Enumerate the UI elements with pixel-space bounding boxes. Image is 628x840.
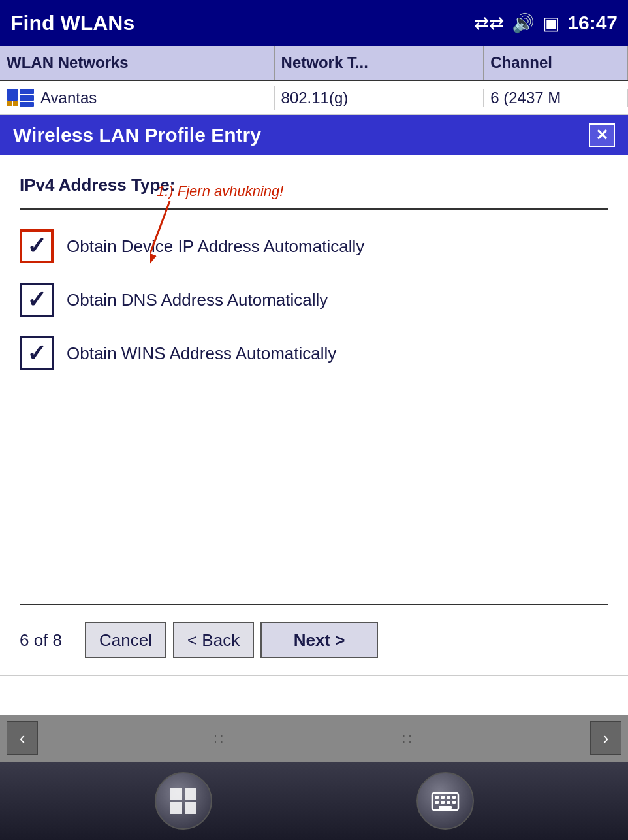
page-indicator: 6 of 8 <box>20 630 78 651</box>
battery-icon: ▣ <box>542 12 559 34</box>
start-button[interactable] <box>155 772 212 830</box>
svg-line-8 <box>150 201 170 253</box>
svg-rect-3 <box>20 89 34 94</box>
mobile-taskbar <box>0 762 628 840</box>
svg-rect-18 <box>435 801 439 804</box>
svg-text:1.) Fjern avhukning!: 1.) Fjern avhukning! <box>157 183 283 199</box>
next-button[interactable]: Next > <box>260 622 378 658</box>
svg-rect-9 <box>170 788 182 800</box>
dialog-overlay: Wireless LAN Profile Entry ✕ IPv4 Addres… <box>0 115 628 675</box>
network-list-header: WLAN Networks Network T... Channel <box>0 46 628 81</box>
network-name-cell: Avantas <box>0 86 275 110</box>
svg-rect-20 <box>447 801 450 804</box>
keyboard-icon <box>430 785 461 816</box>
ipv4-label-row: IPv4 Address Type: 1.) Fjern avhukning! <box>20 175 608 195</box>
checkbox-check-1: ✓ <box>27 234 46 258</box>
svg-rect-4 <box>20 95 34 101</box>
header-channel: Channel <box>484 46 628 80</box>
svg-rect-21 <box>452 801 456 804</box>
status-icons: ⇄⇄ 🔊 ▣ 16:47 <box>474 12 618 34</box>
checkbox-check-3: ✓ <box>27 342 46 365</box>
scroll-dots-left: :: <box>213 731 226 746</box>
svg-rect-5 <box>20 102 34 107</box>
svg-rect-14 <box>435 796 439 799</box>
checkbox-dns[interactable]: ✓ <box>20 283 54 317</box>
app-title: Find WLANs <box>10 11 134 35</box>
bottom-divider <box>20 604 608 605</box>
network-row[interactable]: Avantas 802.11(g) 6 (2437 M <box>0 81 628 115</box>
svg-rect-1 <box>7 101 12 106</box>
header-wlan: WLAN Networks <box>0 46 275 80</box>
dialog-nav: 6 of 8 Cancel < Back Next > <box>20 618 608 662</box>
checkbox-row-2[interactable]: ✓ Obtain DNS Address Automatically <box>20 283 608 317</box>
network-channel-cell: 6 (2437 M <box>484 89 628 107</box>
network-type-cell: 802.11(g) <box>275 89 484 107</box>
header-type: Network T... <box>275 46 484 80</box>
svg-rect-10 <box>185 788 196 800</box>
volume-icon: 🔊 <box>512 12 535 34</box>
svg-rect-16 <box>447 796 450 799</box>
checkbox-wins[interactable]: ✓ <box>20 336 54 370</box>
windows-logo-icon <box>168 785 199 816</box>
annotation-arrow-svg: 1.) Fjern avhukning! <box>150 182 359 267</box>
svg-rect-17 <box>452 796 456 799</box>
svg-rect-2 <box>13 101 18 106</box>
checkbox-label-2: Obtain DNS Address Automatically <box>67 290 328 310</box>
network-name: Avantas <box>40 89 97 107</box>
svg-rect-22 <box>439 806 452 809</box>
status-bar: Find WLANs ⇄⇄ 🔊 ▣ 16:47 <box>0 0 628 46</box>
signal-icon: ⇄⇄ <box>474 12 504 34</box>
back-button[interactable]: < Back <box>173 622 254 658</box>
dialog-close-button[interactable]: ✕ <box>589 123 615 147</box>
checkbox-label-3: Obtain WINS Address Automatically <box>67 344 336 364</box>
svg-rect-0 <box>7 89 18 101</box>
dialog-title-bar: Wireless LAN Profile Entry ✕ <box>0 115 628 155</box>
svg-rect-12 <box>185 802 196 814</box>
checkbox-check-2: ✓ <box>27 288 46 312</box>
network-icon <box>7 86 35 110</box>
checkbox-row-3[interactable]: ✓ Obtain WINS Address Automatically <box>20 336 608 370</box>
scroll-bar: ‹ :: :: › <box>0 715 628 762</box>
keyboard-button[interactable] <box>416 772 474 830</box>
empty-bar <box>0 675 628 715</box>
dialog-title: Wireless LAN Profile Entry <box>13 124 261 146</box>
scroll-dots-right: :: <box>402 731 415 746</box>
cancel-button[interactable]: Cancel <box>85 622 166 658</box>
scroll-right-button[interactable]: › <box>590 721 621 755</box>
svg-rect-11 <box>170 802 182 814</box>
checkbox-device-ip[interactable]: ✓ <box>20 229 54 263</box>
dialog-content: IPv4 Address Type: 1.) Fjern avhukning! … <box>0 155 628 675</box>
svg-rect-19 <box>441 801 445 804</box>
scroll-left-button[interactable]: ‹ <box>7 721 38 755</box>
svg-rect-15 <box>441 796 445 799</box>
clock: 16:47 <box>567 12 618 34</box>
